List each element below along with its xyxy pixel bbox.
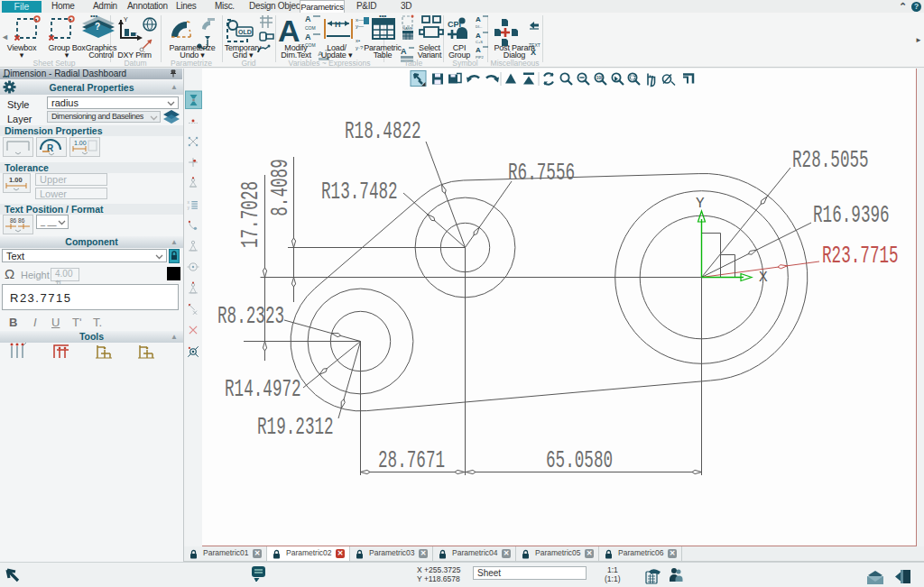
svg-text:?: ? [95, 22, 100, 32]
svg-text:COM: COM [305, 25, 316, 31]
svg-text:x―: x― [356, 17, 364, 23]
svg-text:A: A [476, 32, 481, 40]
svg-text:•••: ••• [3, 73, 10, 79]
svg-text:y―: y― [356, 23, 364, 29]
svg-text:Y: Y [124, 16, 128, 23]
svg-text:x•: x• [356, 38, 360, 43]
svg-text:•••: ••• [90, 13, 98, 20]
svg-text:A: A [305, 32, 311, 41]
svg-text:OLD: OLD [238, 29, 252, 35]
svg-text:DI...: DI... [476, 24, 482, 29]
svg-text:C+S: C+S [476, 40, 483, 44]
svg-text:A: A [476, 46, 481, 54]
svg-text:H: H [335, 20, 341, 29]
svg-text:A: A [305, 14, 311, 23]
svg-text:100: 100 [596, 76, 604, 80]
svg-text:NAME: NAME [402, 26, 413, 31]
svg-text:A: A [476, 15, 481, 23]
